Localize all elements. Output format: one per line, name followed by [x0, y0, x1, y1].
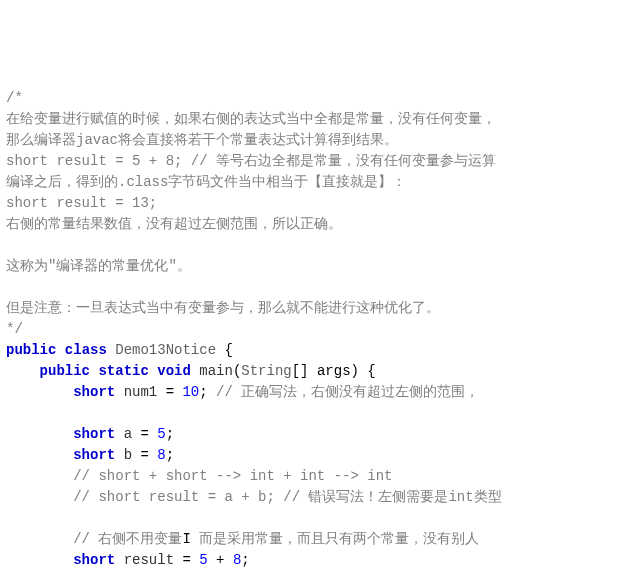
comment-block-end: */ — [6, 321, 23, 337]
semicolon: ; — [241, 552, 249, 568]
ident-num1: num1 — [124, 384, 158, 400]
comment-line: short result = 5 + 8; // 等号右边全都是常量，没有任何变… — [6, 153, 496, 169]
number-10: 10 — [182, 384, 199, 400]
method-main: main — [199, 363, 233, 379]
equals: = — [174, 552, 199, 568]
comment-line: 那么编译器javac将会直接将若干个常量表达式计算得到结果。 — [6, 132, 398, 148]
equals: = — [132, 426, 157, 442]
class-name: Demo13Notice — [115, 342, 216, 358]
comment-block-start: /* — [6, 90, 23, 106]
code-editor: /* 在给变量进行赋值的时候，如果右侧的表达式当中全都是常量，没有任何变量， 那… — [0, 84, 638, 572]
ident-a: a — [124, 426, 132, 442]
args: [] args) { — [292, 363, 376, 379]
semicolon: ; — [199, 384, 207, 400]
number-8: 8 — [157, 447, 165, 463]
text-cursor-icon: I — [182, 529, 190, 550]
comment-inline: 而是采用常量，而且只有两个常量，没有别人 — [191, 531, 479, 547]
ident-result: result — [124, 552, 174, 568]
comment-line: short result = 13; — [6, 195, 157, 211]
keyword-short: short — [73, 552, 115, 568]
keyword-static: static — [98, 363, 148, 379]
equals: = — [132, 447, 157, 463]
number-5: 5 — [157, 426, 165, 442]
comment-line: 但是注意：一旦表达式当中有变量参与，那么就不能进行这种优化了。 — [6, 300, 440, 316]
comment-inline: // 右侧不用变量 — [73, 531, 182, 547]
comment-line: 右侧的常量结果数值，没有超过左侧范围，所以正确。 — [6, 216, 342, 232]
semicolon: ; — [166, 447, 174, 463]
plus: + — [208, 552, 233, 568]
keyword-short: short — [73, 384, 115, 400]
number-5: 5 — [199, 552, 207, 568]
keyword-short: short — [73, 447, 115, 463]
keyword-public: public — [6, 342, 56, 358]
comment-line: // short result = a + b; // 错误写法！左侧需要是in… — [73, 489, 501, 505]
keyword-public: public — [40, 363, 90, 379]
ident-b: b — [124, 447, 132, 463]
keyword-void: void — [157, 363, 191, 379]
comment-line: 编译之后，得到的.class字节码文件当中相当于【直接就是】： — [6, 174, 406, 190]
type-string: String — [241, 363, 291, 379]
keyword-short: short — [73, 426, 115, 442]
comment-line: 这称为"编译器的常量优化"。 — [6, 258, 191, 274]
keyword-class: class — [65, 342, 107, 358]
equals: = — [157, 384, 182, 400]
brace: { — [216, 342, 233, 358]
semicolon: ; — [166, 426, 174, 442]
comment-inline: // 正确写法，右侧没有超过左侧的范围， — [208, 384, 480, 400]
comment-line: 在给变量进行赋值的时候，如果右侧的表达式当中全都是常量，没有任何变量， — [6, 111, 496, 127]
comment-line: // short + short --> int + int --> int — [73, 468, 392, 484]
